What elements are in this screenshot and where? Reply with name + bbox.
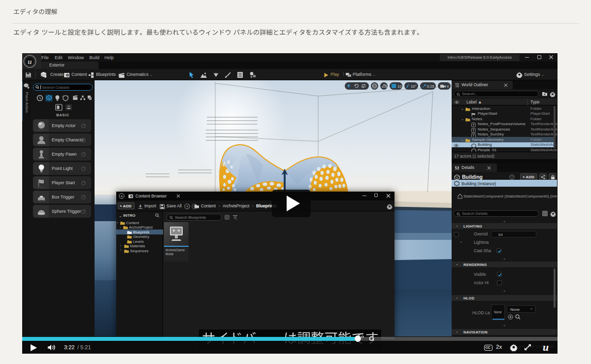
svg-text:u: u: [28, 58, 32, 66]
svg-text:u: u: [121, 194, 123, 198]
svg-text:10°: 10°: [411, 84, 416, 89]
svg-text:10: 10: [397, 84, 401, 89]
svg-text:u: u: [543, 342, 549, 353]
svg-text:0.25: 0.25: [427, 84, 434, 89]
svg-text:?: ?: [511, 175, 513, 179]
svg-text:4: 4: [447, 84, 449, 89]
